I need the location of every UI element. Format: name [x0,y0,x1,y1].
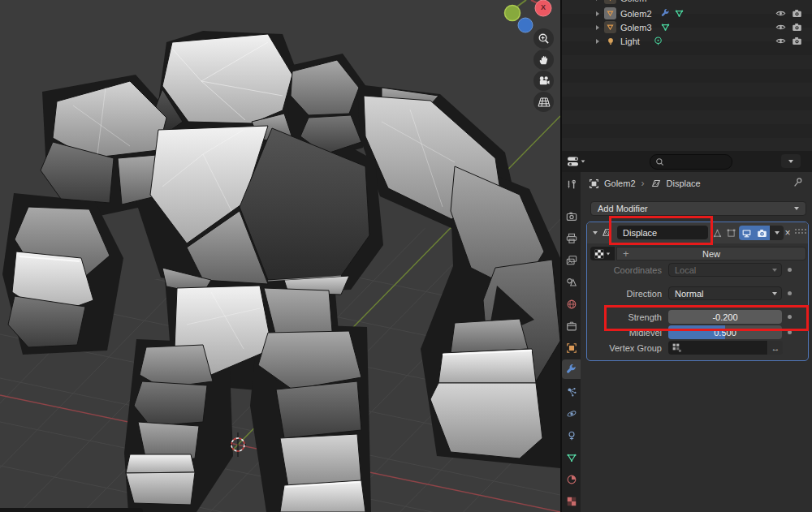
coordinates-dropdown[interactable]: Local [668,263,782,277]
show-in-viewport-toggle[interactable] [739,226,754,240]
zoom-button[interactable] [533,28,554,49]
gizmo-axis-y-ball[interactable] [505,6,520,21]
show-in-render-toggle[interactable] [754,226,770,240]
mesh-data-icon[interactable] [660,22,671,32]
right-column: Golem Golem2 [562,0,812,512]
drag-grip-icon[interactable] [795,229,806,237]
tab-view-layer[interactable] [562,251,581,270]
add-modifier-dropdown[interactable]: Add Modifier [590,201,806,216]
outliner-row-golem3[interactable]: Golem3 [562,20,812,34]
disable-render-camera-icon[interactable] [792,22,802,32]
edit-mode-toggle[interactable] [710,226,724,240]
object-icon [566,342,577,354]
world-globe-icon [566,299,577,310]
animate-dot[interactable] [788,268,792,272]
tab-material[interactable] [562,470,581,489]
modifier-wrench-icon[interactable] [660,8,671,19]
on-cage-icon [726,228,736,239]
disclosure-triangle-icon[interactable] [596,11,599,16]
tab-texture[interactable] [562,492,581,511]
tab-collection[interactable] [562,316,581,336]
viewport-3d[interactable]: X [0,0,560,512]
tab-physics[interactable] [562,404,581,424]
mesh-object-icon [604,0,616,4]
object-name[interactable]: Light [620,37,640,46]
invert-vertex-group-button[interactable]: ↔ [768,341,783,355]
mesh-data-icon [566,452,577,463]
hide-eye-icon[interactable] [775,22,786,32]
displace-modifier-panel: Displace [586,222,809,361]
object-icon [589,179,599,189]
animate-dot[interactable] [788,291,792,295]
breadcrumb-separator: › [641,178,645,189]
tab-object-data[interactable] [562,448,581,467]
search-input[interactable] [664,157,724,167]
particles-icon [566,386,577,398]
tab-output[interactable] [562,229,581,248]
disclosure-triangle-icon[interactable] [596,0,599,1]
direction-dropdown[interactable]: Normal [668,286,782,300]
vertex-group-field[interactable] [668,341,767,355]
editor-type-button[interactable] [567,154,588,169]
displace-modifier-icon [601,226,613,239]
gizmo-axis-z-ball[interactable] [518,18,533,32]
midlevel-slider[interactable]: 0.500 [668,325,782,339]
mesh-data-icon[interactable] [674,8,685,19]
images-stack-icon [566,255,577,266]
object-name[interactable]: Golem2 [620,9,652,19]
search-box[interactable] [650,154,732,170]
animate-dot[interactable] [788,315,792,319]
tab-constraints[interactable] [562,426,581,445]
editor-corner-strip [0,508,143,512]
camera-view-button[interactable] [533,71,554,91]
animate-dot[interactable] [788,330,792,334]
breadcrumb-modifier[interactable]: Displace [667,179,701,188]
outliner-row-golem[interactable]: Golem [562,0,812,5]
properties-tab-strip [562,172,581,512]
mesh-object-icon [604,7,616,19]
tab-object[interactable] [562,338,581,358]
texture-browse-button[interactable] [590,247,615,260]
outliner-row-light[interactable]: Light [562,34,812,48]
light-data-icon[interactable] [653,36,663,46]
modifier-name-field[interactable]: Displace [617,226,708,239]
breadcrumb: Golem2 › Displace [589,176,701,191]
disclosure-triangle-icon[interactable] [596,25,599,30]
new-texture-button[interactable]: + New [616,247,806,260]
object-name[interactable]: Golem3 [620,23,652,32]
on-cage-toggle[interactable] [724,226,738,240]
pin-icon[interactable] [793,177,804,188]
tab-tool[interactable] [562,175,581,195]
tab-world[interactable] [562,295,581,314]
expand-chevron-icon[interactable] [593,231,598,234]
field-label: Strength [587,312,668,322]
monitor-icon [741,228,752,239]
pan-button[interactable] [533,49,554,70]
tab-scene[interactable] [562,273,581,292]
tool-icon [566,179,577,191]
disclosure-triangle-icon[interactable] [596,39,599,44]
midlevel-value: 0.500 [714,328,736,338]
breadcrumb-object[interactable]: Golem2 [604,179,636,188]
object-name[interactable]: Golem [620,0,646,3]
properties-editor-icon [567,156,580,167]
strength-field[interactable]: -0.200 [668,310,782,324]
perspective-grid-icon [538,97,551,108]
tab-modifiers[interactable] [562,359,581,379]
tab-particles[interactable] [562,382,581,402]
chevron-down-icon [794,207,799,210]
field-label: Midlevel [587,328,668,338]
outliner[interactable]: Golem Golem2 [562,0,812,151]
plus-icon: + [623,247,629,260]
tab-render[interactable] [562,207,581,226]
delete-modifier-button[interactable]: × [782,226,793,240]
modifier-header[interactable]: Displace [587,222,808,243]
properties-header [562,151,812,173]
hide-eye-icon[interactable] [775,36,786,46]
hide-eye-icon[interactable] [775,8,786,19]
outliner-row-golem2[interactable]: Golem2 [562,6,812,20]
header-options-button[interactable] [781,154,801,168]
disable-render-camera-icon[interactable] [792,8,802,19]
toggle-orthographic-button[interactable] [533,92,554,112]
disable-render-camera-icon[interactable] [792,36,802,46]
